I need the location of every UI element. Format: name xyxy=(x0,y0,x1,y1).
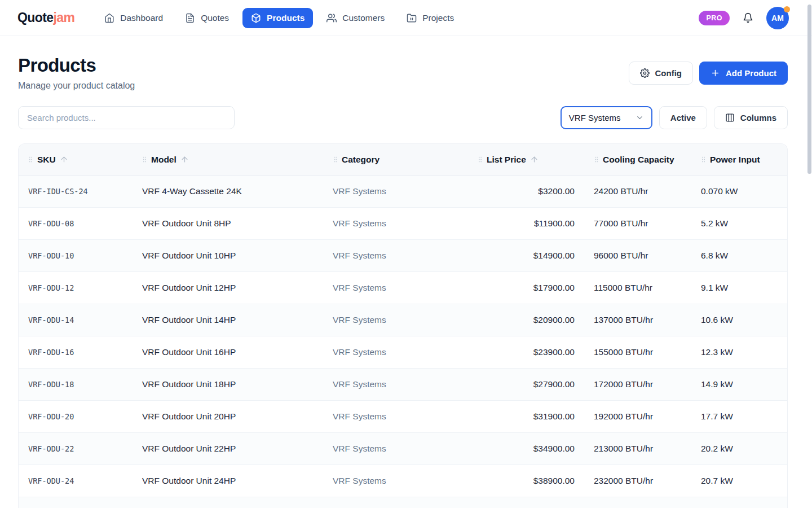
cell-sku: VRF-ODU-16 xyxy=(19,348,133,357)
status-filter-label: Active xyxy=(670,113,696,122)
file-text-icon xyxy=(185,13,195,23)
top-nav: Quotejam Dashboard Quotes Products Custo… xyxy=(0,0,812,36)
drag-handle-icon xyxy=(28,155,33,164)
cell-cooling-capacity: 232000 BTU/hr xyxy=(584,476,691,486)
table-row[interactable]: VRF-ODU-12 VRF Outdoor Unit 12HP VRF Sys… xyxy=(19,272,787,304)
cell-sku: VRF-ODU-14 xyxy=(19,316,133,325)
column-header-category[interactable]: Category xyxy=(323,155,468,165)
cell-model: VRF Outdoor Unit 22HP xyxy=(133,444,323,454)
cell-list-price: $27900.00 xyxy=(468,379,584,389)
cell-model: VRF Outdoor Unit 24HP xyxy=(133,476,323,486)
cell-model: VRF Outdoor Unit 20HP xyxy=(133,411,323,422)
column-header-model[interactable]: Model xyxy=(133,155,323,165)
table-row[interactable]: VRF-ODU-18 VRF Outdoor Unit 18HP VRF Sys… xyxy=(19,369,787,401)
nav-item-label: Quotes xyxy=(201,13,229,23)
scrollbar-thumb[interactable] xyxy=(807,5,811,174)
column-header-label: Category xyxy=(342,155,379,165)
cell-model: VRF Outdoor Unit 12HP xyxy=(133,283,323,293)
category-filter-select[interactable]: VRF Systems xyxy=(561,106,652,129)
table-row[interactable]: VRF-ODU-14 VRF Outdoor Unit 14HP VRF Sys… xyxy=(19,304,787,336)
nav-items: Dashboard Quotes Products Customers Proj… xyxy=(96,8,699,28)
nav-item-dashboard[interactable]: Dashboard xyxy=(96,8,171,28)
box-icon xyxy=(251,13,261,23)
nav-item-label: Dashboard xyxy=(120,13,163,23)
drag-handle-icon xyxy=(333,155,338,164)
table-row[interactable]: VRF-ODU-08 VRF Outdoor Unit 8HP VRF Syst… xyxy=(19,208,787,240)
scrollbar xyxy=(807,0,812,508)
table-row[interactable]: VRF-ODU-22 VRF Outdoor Unit 22HP VRF Sys… xyxy=(19,433,787,465)
table-row[interactable]: VRF-ODU-16 VRF Outdoor Unit 16HP VRF Sys… xyxy=(19,336,787,369)
cell-category: VRF Systems xyxy=(323,476,468,486)
cell-category: VRF Systems xyxy=(323,379,468,389)
cell-category: VRF Systems xyxy=(323,315,468,325)
filter-row: VRF Systems Active Columns xyxy=(18,106,788,129)
cell-list-price: $17900.00 xyxy=(468,283,584,293)
column-header-list-price[interactable]: List Price xyxy=(468,155,584,165)
drag-handle-icon xyxy=(478,155,483,164)
cell-cooling-capacity: 24200 BTU/hr xyxy=(584,186,691,196)
nav-item-customers[interactable]: Customers xyxy=(318,8,393,28)
cell-model: VRF Outdoor Unit 18HP xyxy=(133,379,323,389)
cell-sku: VRF-ODU-08 xyxy=(19,219,133,228)
brand-logo[interactable]: Quotejam xyxy=(17,10,74,25)
nav-item-projects[interactable]: Projects xyxy=(398,8,462,28)
cell-cooling-capacity: 77000 BTU/hr xyxy=(584,218,691,229)
drag-handle-icon xyxy=(142,155,147,164)
columns-button[interactable]: Columns xyxy=(714,106,788,129)
sort-asc-icon xyxy=(180,155,189,164)
cell-cooling-capacity: 137000 BTU/hr xyxy=(584,315,691,325)
add-product-button[interactable]: Add Product xyxy=(699,62,788,85)
folder-icon xyxy=(407,13,417,23)
columns-button-label: Columns xyxy=(740,113,776,122)
table-row[interactable]: VRF-ODU-20 VRF Outdoor Unit 20HP VRF Sys… xyxy=(19,401,787,433)
avatar-initials: AM xyxy=(771,14,784,23)
pro-badge[interactable]: PRO xyxy=(699,11,730,25)
cell-list-price: $3200.00 xyxy=(468,186,584,196)
header-actions: Config Add Product xyxy=(629,62,788,85)
sort-asc-icon xyxy=(60,155,68,164)
nav-item-label: Products xyxy=(267,13,304,23)
cell-cooling-capacity: 155000 BTU/hr xyxy=(584,347,691,357)
cell-cooling-capacity: 213000 BTU/hr xyxy=(584,444,691,454)
status-filter-button[interactable]: Active xyxy=(659,106,707,129)
search-input[interactable] xyxy=(18,106,235,129)
page-header: Products Manage your product catalog Con… xyxy=(18,55,788,91)
table-row[interactable]: VRF-ODU-24 VRF Outdoor Unit 24HP VRF Sys… xyxy=(19,465,787,497)
config-button[interactable]: Config xyxy=(629,62,693,85)
cell-model: VRF 4-Way Cassette 24K xyxy=(133,186,323,196)
column-header-sku[interactable]: SKU xyxy=(19,155,133,165)
column-header-label: Cooling Capacity xyxy=(603,155,674,165)
cell-model: VRF Outdoor Unit 14HP xyxy=(133,315,323,325)
column-header-cooling-capacity[interactable]: Cooling Capacity xyxy=(584,155,691,165)
main-content: Products Manage your product catalog Con… xyxy=(18,55,788,508)
sort-asc-icon xyxy=(530,155,539,164)
cell-power-input: 6.8 kW xyxy=(691,251,788,261)
cell-power-input: 10.6 kW xyxy=(691,315,788,325)
columns-icon xyxy=(725,113,735,122)
table-row[interactable]: VRF-IDU-CS-24 VRF 4-Way Cassette 24K VRF… xyxy=(19,176,787,208)
home-icon xyxy=(104,13,114,23)
cell-power-input: 9.1 kW xyxy=(691,283,788,293)
page-title: Products xyxy=(18,55,135,76)
cell-power-input: 20.2 kW xyxy=(691,444,788,454)
table-row[interactable]: VRF-ODU-26 VRF Outdoor Unit 26HP VRF Sys… xyxy=(19,497,787,508)
cell-sku: VRF-ODU-10 xyxy=(19,251,133,260)
notifications-button[interactable] xyxy=(743,12,753,23)
cell-power-input: 20.7 kW xyxy=(691,476,788,486)
page-subtitle: Manage your product catalog xyxy=(18,81,135,91)
avatar[interactable]: AM xyxy=(766,7,789,29)
nav-item-label: Customers xyxy=(342,13,385,23)
nav-item-products[interactable]: Products xyxy=(242,8,313,28)
nav-item-quotes[interactable]: Quotes xyxy=(176,8,237,28)
chevron-down-icon xyxy=(636,113,644,122)
cell-list-price: $23900.00 xyxy=(468,347,584,357)
nav-right: PRO AM xyxy=(699,7,789,29)
column-header-label: Power Input xyxy=(710,155,760,165)
column-header-power-input[interactable]: Power Input xyxy=(691,155,788,165)
cell-list-price: $38900.00 xyxy=(468,476,584,486)
cell-power-input: 17.7 kW xyxy=(691,411,788,422)
cell-sku: VRF-IDU-CS-24 xyxy=(19,187,133,196)
cell-list-price: $20900.00 xyxy=(468,315,584,325)
table-row[interactable]: VRF-ODU-10 VRF Outdoor Unit 10HP VRF Sys… xyxy=(19,240,787,272)
cell-sku: VRF-ODU-24 xyxy=(19,476,133,485)
